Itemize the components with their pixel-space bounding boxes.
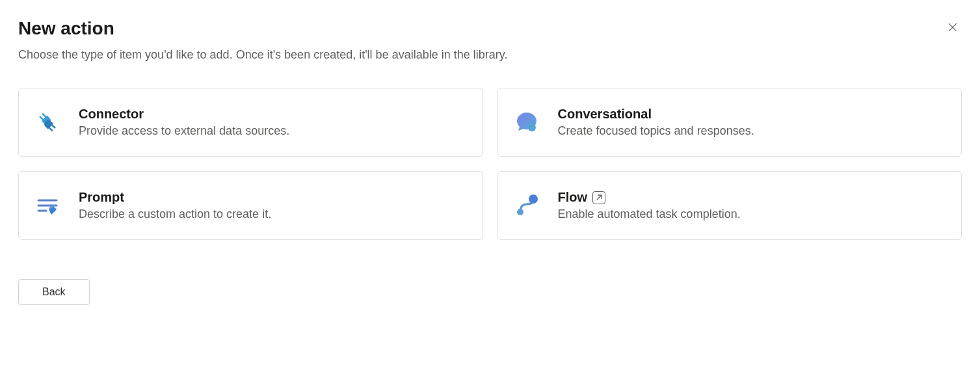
card-conversational[interactable]: Conversational Create focused topics and… — [497, 88, 962, 157]
conversational-icon — [514, 109, 540, 135]
card-prompt-desc: Describe a custom action to create it. — [79, 207, 467, 221]
back-button[interactable]: Back — [18, 279, 90, 305]
page-title: New action — [18, 18, 114, 39]
card-flow[interactable]: Flow Enable automated task completion. — [497, 171, 962, 240]
svg-point-7 — [529, 194, 538, 204]
card-conversational-title: Conversational — [558, 107, 946, 122]
close-icon — [946, 21, 959, 36]
card-prompt[interactable]: Prompt Describe a custom action to creat… — [18, 171, 483, 240]
card-conversational-desc: Create focused topics and responses. — [558, 124, 946, 138]
card-flow-desc: Enable automated task completion. — [558, 207, 946, 221]
svg-point-8 — [517, 209, 523, 215]
prompt-icon — [34, 193, 60, 219]
card-flow-title: Flow — [558, 190, 588, 205]
card-connector-desc: Provide access to external data sources. — [79, 124, 467, 138]
action-type-grid: Connector Provide access to external dat… — [18, 88, 962, 240]
card-connector[interactable]: Connector Provide access to external dat… — [18, 88, 483, 157]
connector-icon — [34, 109, 60, 135]
svg-point-3 — [531, 126, 533, 129]
close-button[interactable] — [944, 18, 962, 38]
external-link-icon — [592, 191, 605, 204]
card-connector-title: Connector — [79, 107, 467, 122]
card-prompt-title: Prompt — [79, 190, 467, 205]
flow-icon — [514, 193, 540, 219]
page-subtitle: Choose the type of item you'd like to ad… — [18, 48, 962, 62]
